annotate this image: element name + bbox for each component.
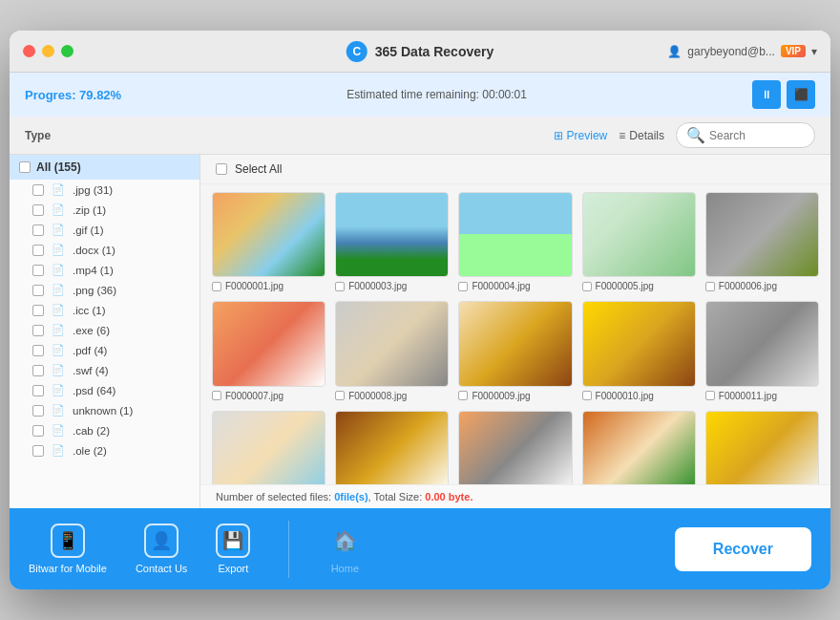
close-button[interactable] [23,45,35,57]
sidebar-item-zip[interactable]: 📄 .zip (1) [10,200,200,220]
gallery-item-11[interactable]: F0000013.jpg [335,411,449,484]
cab-label: .cab (2) [73,425,110,437]
sidebar-item-cab[interactable]: 📄 .cab (2) [10,420,200,440]
gallery-item-1[interactable]: F0000003.jpg [335,192,449,291]
home-icon: 🏠 [327,524,362,558]
thumbnail-6 [335,301,449,386]
user-info: 👤 garybeyond@b... VIP ▾ [667,45,817,58]
list-icon: ≡ [619,129,625,142]
gallery-grid: F0000001.jpg F0000003.jpg [212,192,819,484]
mp4-checkbox[interactable] [32,265,44,276]
bitwar-mobile-action[interactable]: 📱 Bitwar for Mobile [29,524,107,574]
gallery-item-8[interactable]: F0000010.jpg [582,301,696,400]
file-icon: 📄 [52,444,65,457]
minimize-button[interactable] [42,45,54,57]
sidebar-item-gif[interactable]: 📄 .gif (1) [10,220,200,240]
gallery-item-9[interactable]: F0000011.jpg [705,301,819,400]
item-checkbox-8[interactable] [582,391,592,400]
sidebar-all-item[interactable]: All (155) [10,155,200,180]
gallery-item-7[interactable]: F0000009.jpg [458,301,572,400]
gallery-item-5[interactable]: F0000007.jpg [212,301,326,400]
gallery-item-3[interactable]: F0000005.jpg [582,192,696,291]
gallery-item-4[interactable]: F0000006.jpg [705,192,819,291]
gallery-item-10[interactable]: F0000012.jpg [212,411,326,484]
maximize-button[interactable] [61,45,74,57]
status-total-label: , Total Size: [368,491,426,502]
home-action[interactable]: 🏠 Home [327,524,362,574]
gallery-item-0[interactable]: F0000001.jpg [212,192,326,291]
file-icon: 📄 [52,404,65,417]
sidebar-item-icc[interactable]: 📄 .icc (1) [10,300,200,320]
gallery-item-13[interactable]: F0000015.jpg [582,411,696,484]
psd-label: .psd (64) [73,385,116,396]
psd-checkbox[interactable] [32,385,44,396]
gallery-item-12[interactable]: F0000014.jpg [458,411,572,484]
exe-checkbox[interactable] [32,325,44,336]
zip-checkbox[interactable] [32,204,44,216]
docx-label: .docx (1) [73,245,116,256]
icc-checkbox[interactable] [32,305,44,316]
file-icon: 📄 [52,364,65,376]
export-action[interactable]: 💾 Export [216,524,250,574]
sidebar-item-psd[interactable]: 📄 .psd (64) [10,380,200,400]
item-checkbox-7[interactable] [458,391,468,400]
sidebar-item-mp4[interactable]: 📄 .mp4 (1) [10,260,200,280]
sidebar-item-exe[interactable]: 📄 .exe (6) [10,320,200,340]
thumbnail-4 [705,192,819,277]
item-checkbox-4[interactable] [705,282,715,291]
details-button[interactable]: ≡ Details [619,129,664,142]
sidebar-all-label: All (155) [36,160,81,174]
file-icon: 📄 [52,324,65,336]
unknown-checkbox[interactable] [32,405,44,417]
contact-us-action[interactable]: 👤 Contact Us [136,524,187,574]
chevron-down-icon[interactable]: ▾ [811,45,817,58]
sidebar-item-unknown[interactable]: 📄 unknown (1) [10,400,200,420]
sidebar-item-docx[interactable]: 📄 .docx (1) [10,240,200,260]
docx-checkbox[interactable] [32,245,44,256]
item-checkbox-6[interactable] [335,391,345,400]
gallery-item-14[interactable]: F0000016.jpg [705,411,819,484]
gallery-label-2: F0000004.jpg [458,281,572,291]
sidebar-item-pdf[interactable]: 📄 .pdf (4) [10,340,200,360]
gallery-item-6[interactable]: F0000008.jpg [335,301,449,400]
gallery-scroll[interactable]: F0000001.jpg F0000003.jpg [200,184,830,484]
pdf-checkbox[interactable] [32,345,44,356]
swf-checkbox[interactable] [32,365,44,376]
gif-checkbox[interactable] [32,224,44,236]
gallery-label-6: F0000008.jpg [335,391,449,401]
thumbnail-12 [458,411,572,484]
pause-button[interactable]: ⏸ [752,80,781,109]
bottom-actions: 📱 Bitwar for Mobile 👤 Contact Us 💾 Expor… [29,521,362,578]
preview-button[interactable]: ⊞ Preview [554,129,608,142]
stop-button[interactable]: ⬛ [787,80,815,109]
file-icon: 📄 [52,224,65,236]
item-checkbox-3[interactable] [582,282,592,291]
progress-text: Progres: 79.82% [25,88,121,102]
sidebar-item-png[interactable]: 📄 .png (36) [10,280,200,300]
png-checkbox[interactable] [32,285,44,296]
thumbnail-7 [458,301,572,386]
select-all-checkbox[interactable] [216,163,227,175]
item-checkbox-0[interactable] [212,282,221,291]
home-label: Home [331,563,359,574]
search-input[interactable] [709,129,805,142]
ole-checkbox[interactable] [32,445,44,457]
item-checkbox-2[interactable] [458,282,468,291]
recover-button[interactable]: Recover [675,527,811,571]
item-checkbox-1[interactable] [335,282,345,291]
jpg-checkbox[interactable] [32,184,44,196]
file-icon: 📄 [52,264,65,276]
thumbnail-11 [335,411,449,484]
all-checkbox[interactable] [19,161,31,173]
gallery-label-9: F0000011.jpg [705,391,819,401]
exe-label: .exe (6) [73,325,110,336]
item-checkbox-5[interactable] [212,391,221,400]
sidebar-item-swf[interactable]: 📄 .swf (4) [10,360,200,380]
sidebar-item-jpg[interactable]: 📄 .jpg (31) [10,180,200,200]
sidebar-item-ole[interactable]: 📄 .ole (2) [10,440,200,460]
item-checkbox-9[interactable] [705,391,715,400]
thumbnail-10 [212,411,326,484]
gallery-item-2[interactable]: F0000004.jpg [458,192,572,291]
traffic-lights [23,45,74,57]
cab-checkbox[interactable] [32,425,44,437]
